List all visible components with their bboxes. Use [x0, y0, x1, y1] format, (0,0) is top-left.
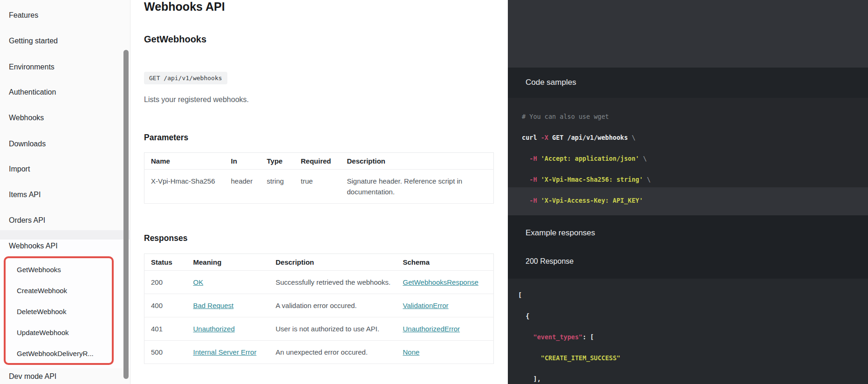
col-description: Description — [341, 153, 494, 170]
col-description: Description — [269, 254, 396, 271]
endpoint-badge: GET /api/v1/webhooks — [144, 72, 227, 84]
param-in: header — [225, 170, 260, 204]
schema-link[interactable]: UnauthorizedError — [403, 325, 460, 333]
sidebar-item-getting-started[interactable]: Getting started — [9, 36, 58, 46]
schema-link[interactable]: None — [403, 348, 420, 356]
sidebar-scrollbar[interactable] — [123, 50, 129, 379]
table-row: 500 Internal Server Error An unexpected … — [144, 341, 494, 364]
col-required: Required — [294, 153, 341, 170]
meaning-link[interactable]: Unauthorized — [193, 325, 235, 333]
col-schema: Schema — [396, 254, 494, 271]
response-200-heading: 200 Response — [526, 257, 574, 266]
schema-link[interactable]: GetWebhooksResponse — [403, 278, 478, 286]
col-status: Status — [144, 254, 187, 271]
col-name: Name — [144, 153, 225, 170]
code-comment: # You can also use wget — [522, 113, 609, 120]
sidebar-section-divider-band — [0, 230, 130, 240]
sidebar-item-items-api[interactable]: Items API — [9, 190, 41, 199]
col-type: Type — [260, 153, 294, 170]
table-row: 400 Bad Request A validation error occur… — [144, 294, 494, 317]
sidebar-item-import[interactable]: Import — [9, 165, 30, 174]
docs-page: Features Getting started Environments Au… — [0, 0, 868, 384]
responses-table: Status Meaning Description Schema 200 OK… — [144, 254, 494, 364]
sidebar-item-environments[interactable]: Environments — [9, 62, 55, 72]
param-required: true — [294, 170, 341, 204]
table-row: 401 Unauthorized User is not authorized … — [144, 317, 494, 341]
schema-link[interactable]: ValidationError — [403, 302, 449, 309]
sidebar-item-features[interactable]: Features — [9, 11, 38, 20]
parameters-header-row: Name In Type Required Description — [144, 153, 494, 170]
param-description: Signature header. Reference script in do… — [341, 170, 494, 204]
meaning-link[interactable]: Bad Request — [193, 302, 234, 309]
responses-heading: Responses — [144, 233, 187, 243]
meaning-link[interactable]: OK — [193, 278, 204, 286]
sidebar-nav: Features Getting started Environments Au… — [0, 0, 130, 384]
response-status: 500 — [144, 341, 187, 364]
sidebar-item-webhooks[interactable]: Webhooks — [9, 113, 44, 123]
response-description: A validation error occured. — [269, 294, 396, 317]
sidebar-item-dev-mode-api[interactable]: Dev mode API — [9, 372, 56, 381]
example-responses-section: Example responses 200 Response [ { "even… — [508, 215, 868, 384]
table-row: X-Vpi-Hmac-Sha256 header string true Sig… — [144, 170, 494, 204]
page-title: Webhooks API — [144, 0, 225, 14]
operation-description: Lists your registered webhooks. — [144, 96, 249, 104]
param-type: string — [260, 170, 294, 204]
annotation-red-box — [4, 256, 114, 365]
code-samples-band: Code samples — [508, 68, 868, 98]
table-row: 200 OK Successfully retrieved the webhoo… — [144, 271, 494, 294]
col-meaning: Meaning — [187, 254, 269, 271]
sidebar-item-downloads[interactable]: Downloads — [9, 139, 46, 149]
sidebar-item-authentication[interactable]: Authentication — [9, 88, 56, 97]
parameters-table: Name In Type Required Description X-Vpi-… — [144, 152, 494, 204]
sidebar-item-webhooks-api[interactable]: Webhooks API — [9, 241, 58, 251]
meaning-link[interactable]: Internal Server Error — [193, 348, 257, 356]
response-status: 400 — [144, 294, 187, 317]
param-name: X-Vpi-Hmac-Sha256 — [144, 170, 225, 204]
responses-header-row: Status Meaning Description Schema — [144, 254, 494, 271]
main-content: Webhooks API GetWebhooks GET /api/v1/web… — [131, 0, 508, 384]
response-status: 200 — [144, 271, 187, 294]
response-status: 401 — [144, 317, 187, 341]
sidebar-item-orders-api[interactable]: Orders API — [9, 216, 45, 225]
example-responses-heading: Example responses — [526, 228, 595, 238]
response-description: Successfully retrieved the webhooks. — [269, 271, 396, 294]
col-in: In — [225, 153, 260, 170]
curl-code-block: # You can also use wget curl -X GET /api… — [508, 98, 868, 187]
parameters-heading: Parameters — [144, 133, 188, 143]
response-description: An unexpected error occured. — [269, 341, 396, 364]
response-description: User is not authorized to use API. — [269, 317, 396, 341]
json-response-block: [ { "event_types": [ "CREATE_ITEM_SUCCES… — [508, 279, 868, 384]
code-samples-heading: Code samples — [526, 78, 576, 87]
operation-title: GetWebhooks — [144, 34, 206, 45]
code-panel: Code samples # You can also use wget cur… — [508, 0, 868, 384]
